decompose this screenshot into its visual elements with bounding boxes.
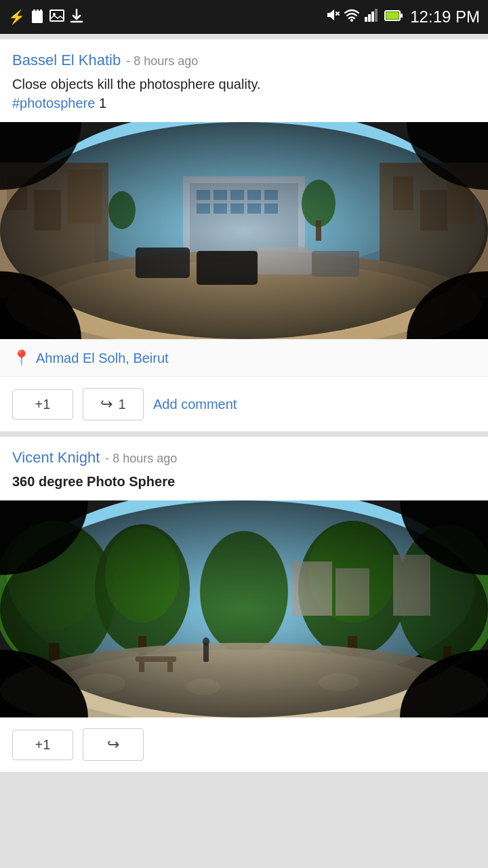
svg-rect-15 [401,14,403,18]
post-location-1[interactable]: 📍 Ahmad El Solh, Beirut [0,339,488,377]
share-button-2[interactable]: ↪ [83,728,144,761]
share-count-1: 1 [118,397,125,412]
svg-rect-16 [386,12,399,20]
post-image-2[interactable] [0,500,488,717]
photosphere-image-1 [0,122,488,339]
usb-icon: ⚡ [8,9,25,25]
status-time: 12:19 PM [410,7,480,26]
signal-icon [364,7,380,26]
svg-rect-0 [32,11,43,23]
location-pin-icon-1: 📍 [12,349,30,367]
image-icon [49,8,64,26]
post-header-2: Vicent Knight - 8 hours ago 360 degree P… [0,437,488,500]
photosphere-image-2 [0,500,488,717]
plus-one-button-1[interactable]: +1 [12,389,73,420]
share-icon-1: ↪ [100,395,113,413]
post-card-1: Bassel El Khatib - 8 hours ago Close obj… [0,39,488,431]
svg-rect-4 [50,10,64,21]
svg-rect-13 [375,9,378,22]
svg-rect-11 [368,14,371,22]
mute-icon [325,7,340,26]
post-text-content-1: Close objects kill the photosphere quali… [12,77,261,92]
post-author-line-2: Vicent Knight - 8 hours ago [12,449,476,467]
battery-icon [384,8,403,26]
post-author-2[interactable]: Vicent Knight [12,449,100,467]
post-hashtag-1[interactable]: #photosphere [12,96,95,111]
status-icons-right: 12:19 PM [325,7,480,26]
svg-rect-3 [40,9,42,12]
post-author-1[interactable]: Bassel El Khatib [12,52,121,69]
plus-one-label-2: +1 [35,737,51,753]
post-text-1: Close objects kill the photosphere quali… [12,75,476,113]
plus-one-button-2[interactable]: +1 [12,730,73,760]
post-card-2: Vicent Knight - 8 hours ago 360 degree P… [0,437,488,772]
svg-rect-2 [37,9,39,12]
post-time-1: - 8 hours ago [126,54,198,68]
status-bar: ⚡ [0,0,488,34]
post-hashtag-count-1: 1 [99,96,106,111]
wifi-icon [344,7,360,26]
sd-card-icon [30,8,44,26]
add-comment-button-1[interactable]: Add comment [153,390,237,419]
svg-rect-12 [371,12,374,22]
svg-point-51 [0,122,488,339]
share-button-1[interactable]: ↪ 1 [83,388,144,420]
download-icon [70,8,83,26]
feed: Bassel El Khatib - 8 hours ago Close obj… [0,34,488,777]
post-text-2: 360 degree Photo Sphere [12,472,476,491]
status-icons-left: ⚡ [8,8,83,26]
plus-one-label-1: +1 [35,397,51,412]
post-image-1[interactable] [0,122,488,339]
post-actions-1: +1 ↪ 1 Add comment [0,377,488,431]
post-time-2: - 8 hours ago [105,452,177,466]
post-actions-2: +1 ↪ [0,717,488,772]
svg-rect-10 [365,17,367,22]
location-text-1: Ahmad El Solh, Beirut [36,351,169,366]
post-author-line-1: Bassel El Khatib - 8 hours ago [12,52,476,69]
svg-point-9 [350,19,353,22]
post-header-1: Bassel El Khatib - 8 hours ago Close obj… [0,39,488,122]
share-icon-2: ↪ [107,736,119,753]
svg-rect-1 [33,9,35,12]
